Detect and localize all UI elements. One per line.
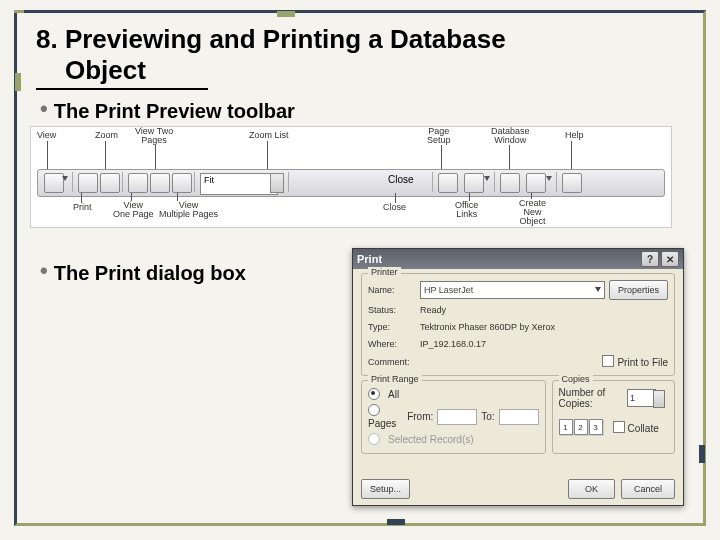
range-group-label: Print Range [368, 374, 422, 384]
comment-label: Comment: [368, 357, 410, 367]
properties-button[interactable]: Properties [609, 280, 668, 300]
cancel-button[interactable]: Cancel [621, 479, 675, 499]
print-to-file-check[interactable]: Print to File [602, 355, 668, 368]
range-selected-radio: Selected Record(s) [368, 432, 539, 446]
from-label: From: [407, 411, 433, 422]
checkbox-icon [613, 421, 625, 433]
close-button[interactable]: Close [388, 174, 414, 185]
page-title: 8. Previewing and Printing a Database Ob… [36, 24, 506, 86]
zoom-button[interactable] [100, 173, 120, 193]
dialog-title-text: Print [357, 253, 382, 265]
page-setup-button[interactable] [438, 173, 458, 193]
printer-group: Printer Name: HP LaserJet Properties Sta… [361, 273, 675, 376]
setup-button[interactable]: Setup... [361, 479, 410, 499]
printer-group-label: Printer [368, 267, 401, 277]
radio-icon [368, 433, 380, 445]
to-input[interactable] [499, 409, 539, 425]
page-setup-label: Page Setup [427, 127, 451, 145]
office-links-label: Office Links [455, 201, 478, 219]
help-label: Help [565, 131, 584, 140]
name-label: Name: [368, 285, 416, 295]
dialog-titlebar: Print ? ✕ [353, 249, 683, 269]
title-line-1: 8. Previewing and Printing a Database [36, 24, 506, 54]
print-dialog: Print ? ✕ Printer Name: HP LaserJet Prop… [352, 248, 684, 506]
print-button[interactable] [78, 173, 98, 193]
chevron-down-icon [484, 176, 490, 181]
bullet-print-preview-toolbar: •The Print Preview toolbar [40, 96, 295, 123]
close-icon[interactable]: ✕ [661, 251, 679, 267]
copies-spinner[interactable]: 1 [627, 389, 656, 407]
view-label: View [37, 131, 56, 140]
chevron-down-icon [546, 176, 552, 181]
type-label: Type: [368, 322, 416, 332]
type-value: Tektronix Phaser 860DP by Xerox [420, 322, 555, 332]
collate-icon: 1 2 3 [559, 419, 603, 435]
two-pages-label: View Two Pages [135, 127, 173, 145]
from-input[interactable] [437, 409, 477, 425]
zoom-list-label: Zoom List [249, 131, 289, 140]
close-label: Close [383, 203, 406, 212]
printer-name-combo[interactable]: HP LaserJet [420, 281, 605, 299]
ok-button[interactable]: OK [568, 479, 615, 499]
print-label: Print [73, 203, 92, 212]
bullet-dot-icon: • [40, 96, 48, 121]
two-pages-button[interactable] [150, 173, 170, 193]
office-links-button[interactable] [464, 173, 484, 193]
help-button[interactable] [562, 173, 582, 193]
num-copies-label: Number of Copies: [559, 387, 623, 409]
print-preview-toolbar-figure: Fit Close View Zoom View Two Pages Zoom … [30, 126, 672, 228]
multi-pages-label: View Multiple Pages [159, 201, 218, 219]
db-window-label: Database Window [491, 127, 530, 145]
chevron-down-icon [62, 176, 68, 181]
create-new-object-button[interactable] [526, 173, 546, 193]
copies-group-label: Copies [559, 374, 593, 384]
where-label: Where: [368, 339, 416, 349]
multiple-pages-button[interactable] [172, 173, 192, 193]
range-all-radio[interactable]: All [368, 387, 539, 401]
print-range-group: Print Range All Pages From: To: Selected… [361, 380, 546, 454]
create-new-label: Create New Object [519, 199, 546, 226]
status-label: Status: [368, 305, 416, 315]
one-page-button[interactable] [128, 173, 148, 193]
title-line-2: Object [65, 55, 146, 85]
bullet-print-dialog-box: •The Print dialog box [40, 258, 246, 285]
to-label: To: [481, 411, 494, 422]
bullet-dot-icon: • [40, 258, 48, 283]
title-underline [36, 88, 208, 90]
collate-check[interactable]: Collate [613, 421, 659, 434]
range-pages-radio[interactable]: Pages [368, 404, 396, 429]
where-value: IP_192.168.0.17 [420, 339, 486, 349]
radio-icon [368, 404, 380, 416]
status-value: Ready [420, 305, 446, 315]
zoom-list-dropdown-icon[interactable] [270, 173, 284, 193]
copies-group: Copies Number of Copies: 1 1 2 3 Collate [552, 380, 675, 454]
view-button[interactable] [44, 173, 64, 193]
radio-icon [368, 388, 380, 400]
database-window-button[interactable] [500, 173, 520, 193]
help-icon[interactable]: ? [641, 251, 659, 267]
zoom-label: Zoom [95, 131, 118, 140]
one-page-label: View One Page [113, 201, 154, 219]
zoom-list-combo[interactable]: Fit [200, 173, 278, 195]
checkbox-icon [602, 355, 614, 367]
